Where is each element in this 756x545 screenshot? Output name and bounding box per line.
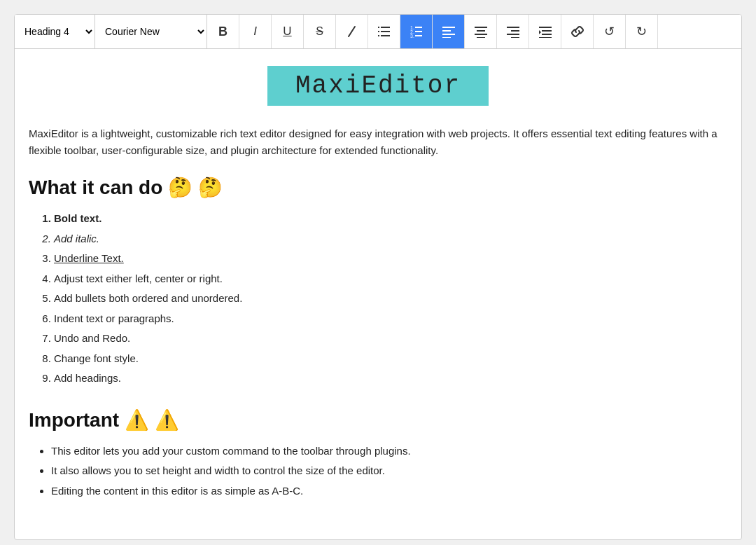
svg-rect-3 — [378, 31, 379, 32]
list-item: Change font style. — [54, 349, 727, 369]
undo-icon: ↺ — [604, 24, 615, 39]
svg-rect-26 — [542, 30, 552, 32]
align-left-icon — [442, 25, 456, 38]
strikethrough-button[interactable]: S — [304, 15, 336, 48]
svg-rect-28 — [539, 37, 552, 38]
svg-rect-12 — [415, 35, 422, 36]
list-item: Add headings. — [54, 368, 727, 389]
align-right-button[interactable] — [497, 15, 529, 48]
svg-rect-6 — [381, 35, 390, 36]
underline-button[interactable]: U — [272, 15, 304, 48]
svg-rect-16 — [442, 37, 451, 38]
svg-marker-29 — [539, 30, 541, 34]
align-center-icon — [474, 25, 488, 38]
svg-line-0 — [349, 27, 355, 36]
svg-rect-2 — [381, 27, 390, 28]
list-item: It also allows you to set height and wid… — [51, 461, 727, 481]
section2-heading: Important ⚠️ ⚠️ — [29, 408, 727, 432]
svg-rect-20 — [477, 37, 485, 38]
list-item: Underline Text. — [54, 249, 727, 269]
ordered-list: Bold text. Add italic. Underline Text. A… — [29, 209, 727, 389]
svg-rect-13 — [442, 27, 455, 28]
svg-rect-19 — [475, 34, 487, 35]
svg-rect-24 — [511, 37, 519, 38]
svg-rect-1 — [378, 27, 379, 28]
redo-icon: ↻ — [636, 24, 647, 39]
svg-text:3.: 3. — [410, 34, 414, 38]
svg-rect-5 — [378, 35, 379, 36]
redo-button[interactable]: ↻ — [626, 15, 658, 48]
list-item: Editing the content in this editor is as… — [51, 481, 727, 502]
editor-wrapper: Heading 4 Heading 1 Heading 2 Heading 3 … — [14, 14, 742, 540]
indent-icon — [538, 25, 552, 38]
font-select[interactable]: Courier New Arial Times New Roman Georgi… — [95, 15, 207, 48]
svg-rect-23 — [507, 34, 519, 35]
svg-rect-15 — [442, 34, 455, 35]
list-item: Add bullets both ordered and unordered. — [54, 289, 727, 309]
editor-title: MaxiEditor — [267, 66, 489, 106]
svg-rect-27 — [542, 34, 552, 35]
unordered-list-icon — [377, 25, 391, 38]
svg-rect-17 — [475, 27, 487, 28]
svg-rect-10 — [415, 31, 422, 32]
svg-rect-4 — [381, 31, 390, 32]
align-right-icon — [506, 25, 520, 38]
svg-rect-14 — [442, 30, 451, 32]
highlight-icon — [345, 25, 359, 39]
list-item: Bold text. — [54, 209, 727, 229]
ordered-list-icon: 1. 2. 3. — [410, 25, 424, 38]
undo-button[interactable]: ↺ — [594, 15, 626, 48]
link-button[interactable] — [561, 15, 594, 48]
heading-select[interactable]: Heading 4 Heading 1 Heading 2 Heading 3 … — [15, 15, 95, 48]
align-center-button[interactable] — [465, 15, 497, 48]
highlight-button[interactable] — [336, 15, 368, 48]
intro-paragraph: MaxiEditor is a lightweight, customizabl… — [29, 125, 727, 159]
unordered-list: This editor lets you add your custom com… — [29, 441, 727, 502]
list-item: Undo and Redo. — [54, 329, 727, 349]
list-item: Indent text or paragraphs. — [54, 309, 727, 329]
bold-button[interactable]: B — [207, 15, 239, 48]
link-icon — [570, 25, 584, 38]
list-item: Adjust text either left, center or right… — [54, 269, 727, 289]
indent-button[interactable] — [529, 15, 561, 48]
svg-rect-8 — [415, 27, 422, 28]
section1-heading: What it can do 🤔 🤔 — [29, 176, 727, 199]
unordered-list-button[interactable] — [368, 15, 400, 48]
svg-rect-25 — [539, 27, 552, 28]
svg-rect-22 — [511, 30, 519, 32]
svg-rect-18 — [477, 30, 485, 32]
toolbar: Heading 4 Heading 1 Heading 2 Heading 3 … — [15, 15, 741, 49]
ordered-list-button[interactable]: 1. 2. 3. — [400, 15, 433, 48]
editor-title-block: MaxiEditor — [29, 66, 727, 106]
list-item: Add italic. — [54, 229, 727, 249]
italic-button[interactable]: I — [239, 15, 272, 48]
editor-content[interactable]: MaxiEditor MaxiEditor is a lightweight, … — [15, 49, 741, 539]
align-left-button[interactable] — [433, 15, 465, 48]
list-item: This editor lets you add your custom com… — [51, 441, 727, 462]
svg-rect-21 — [507, 27, 519, 28]
